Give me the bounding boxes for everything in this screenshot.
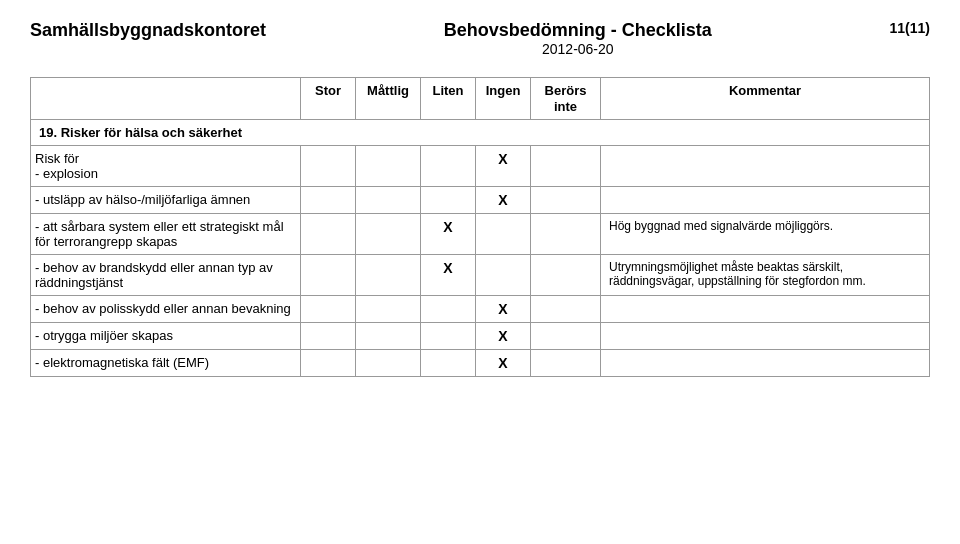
row-ingen: X <box>476 146 531 187</box>
table-row: - utsläpp av hälso-/miljöfarliga ämnenX <box>31 187 930 214</box>
row-mattlig <box>356 350 421 377</box>
row-stor <box>301 255 356 296</box>
row-berorint <box>531 214 601 255</box>
org-name: Samhällsbyggnadskontoret <box>30 20 266 41</box>
row-liten <box>421 187 476 214</box>
row-stor <box>301 187 356 214</box>
row-berorint <box>531 323 601 350</box>
row-berorint <box>531 296 601 323</box>
row-label: Risk för - explosion <box>31 146 301 187</box>
row-label: - att sårbara system eller ett strategis… <box>31 214 301 255</box>
header: Samhällsbyggnadskontoret Behovsbedömning… <box>30 20 930 57</box>
row-liten <box>421 146 476 187</box>
row-kommentar <box>601 296 930 323</box>
col-header-berorint: Berörs inte <box>531 78 601 120</box>
row-ingen: X <box>476 350 531 377</box>
row-kommentar <box>601 187 930 214</box>
table-row: - behov av brandskydd eller annan typ av… <box>31 255 930 296</box>
row-mattlig <box>356 323 421 350</box>
row-mattlig <box>356 255 421 296</box>
col-header-label <box>31 78 301 120</box>
row-ingen: X <box>476 187 531 214</box>
col-header-mattlig: Måttlig <box>356 78 421 120</box>
row-mattlig <box>356 214 421 255</box>
table-row: - behov av polisskydd eller annan bevakn… <box>31 296 930 323</box>
row-stor <box>301 350 356 377</box>
row-liten: X <box>421 255 476 296</box>
row-stor <box>301 296 356 323</box>
row-mattlig <box>356 146 421 187</box>
table-row: - att sårbara system eller ett strategis… <box>31 214 930 255</box>
row-ingen: X <box>476 323 531 350</box>
header-center: Behovsbedömning - Checklista 2012-06-20 <box>444 20 712 57</box>
row-mattlig <box>356 296 421 323</box>
row-liten <box>421 350 476 377</box>
row-stor <box>301 146 356 187</box>
row-ingen: X <box>476 296 531 323</box>
row-berorint <box>531 187 601 214</box>
page: Samhällsbyggnadskontoret Behovsbedömning… <box>0 0 960 397</box>
col-header-ingen: Ingen <box>476 78 531 120</box>
row-stor <box>301 323 356 350</box>
col-header-kommentar: Kommentar <box>601 78 930 120</box>
section-header-row: 19. Risker för hälsa och säkerhet <box>31 120 930 146</box>
row-ingen <box>476 214 531 255</box>
table-row: Risk för - explosionX <box>31 146 930 187</box>
col-header-liten: Liten <box>421 78 476 120</box>
row-liten <box>421 296 476 323</box>
row-ingen <box>476 255 531 296</box>
row-kommentar <box>601 146 930 187</box>
table-row: - otrygga miljöer skapasX <box>31 323 930 350</box>
row-label: - utsläpp av hälso-/miljöfarliga ämnen <box>31 187 301 214</box>
row-label: - behov av polisskydd eller annan bevakn… <box>31 296 301 323</box>
row-label: - behov av brandskydd eller annan typ av… <box>31 255 301 296</box>
row-kommentar <box>601 350 930 377</box>
doc-title: Behovsbedömning - Checklista <box>444 20 712 41</box>
row-liten <box>421 323 476 350</box>
row-berorint <box>531 350 601 377</box>
row-berorint <box>531 146 601 187</box>
checklist-table: Stor Måttlig Liten Ingen Berörs inte Kom… <box>30 77 930 377</box>
row-kommentar: Utrymningsmöjlighet måste beaktas särski… <box>601 255 930 296</box>
row-kommentar: Hög byggnad med signalvärde möjliggörs. <box>601 214 930 255</box>
col-header-stor: Stor <box>301 78 356 120</box>
page-number: 11(11) <box>890 20 930 36</box>
doc-date: 2012-06-20 <box>444 41 712 57</box>
row-label: - otrygga miljöer skapas <box>31 323 301 350</box>
row-stor <box>301 214 356 255</box>
row-mattlig <box>356 187 421 214</box>
table-row: - elektromagnetiska fält (EMF)X <box>31 350 930 377</box>
row-label: - elektromagnetiska fält (EMF) <box>31 350 301 377</box>
row-kommentar <box>601 323 930 350</box>
section-title: 19. Risker för hälsa och säkerhet <box>31 120 930 146</box>
row-liten: X <box>421 214 476 255</box>
row-berorint <box>531 255 601 296</box>
